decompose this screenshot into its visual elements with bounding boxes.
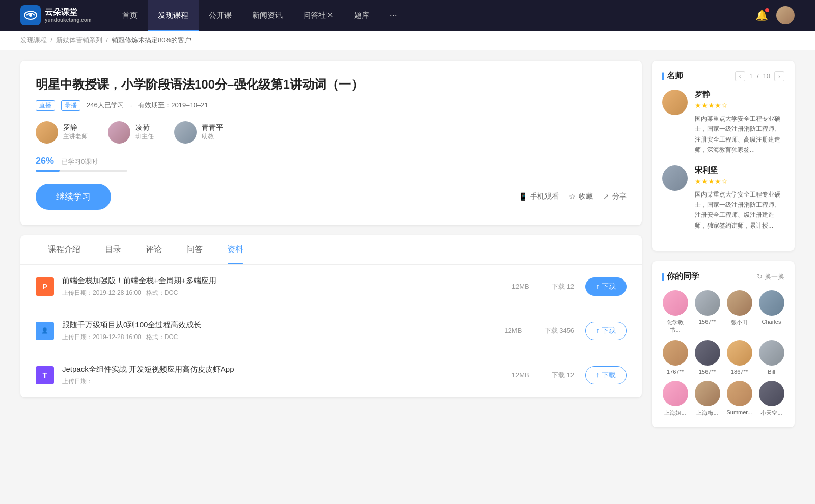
nav-item-exam[interactable]: 题库: [344, 0, 379, 31]
teacher-2-avatar: [174, 121, 197, 144]
share-button[interactable]: ↗ 分享: [603, 192, 627, 201]
bell-button[interactable]: 🔔: [755, 9, 768, 21]
teacher-0: 罗静 主讲老师: [36, 121, 88, 144]
classmate-name-1: 1567**: [699, 319, 716, 325]
nav-item-news[interactable]: 新闻资讯: [242, 0, 293, 31]
navbar: 云朵课堂 yundouketang.com 首页 发现课程 公开课 新闻资讯 问…: [0, 0, 815, 31]
refresh-label: 换一换: [765, 272, 784, 282]
teacher-panel-item-0: 罗静 ★★★★☆ 国内某重点大学安全工程专业硕士，国家一级注册消防工程师、注册安…: [662, 90, 784, 155]
logo-icon: [20, 5, 41, 25]
teachers-next-button[interactable]: ›: [774, 71, 784, 81]
continue-button[interactable]: 继续学习: [36, 184, 111, 210]
collect-button[interactable]: ☆ 收藏: [569, 192, 593, 201]
classmate-name-2: 张小田: [731, 319, 748, 326]
teacher-panel-item-1: 宋利坚 ★★★★☆ 国内某重点大学安全工程专业硕士，国家一级注册消防工程师、注册…: [662, 165, 784, 231]
breadcrumb-link-discover[interactable]: 发现课程: [20, 36, 47, 44]
teachers-card-nav: ‹ 1 / 10 ›: [735, 71, 784, 81]
download-button-0[interactable]: ↑ 下载: [585, 277, 627, 296]
classmate-item-0[interactable]: 化学教书...: [662, 290, 688, 334]
teacher-panel-stars-0: ★★★★☆: [695, 101, 784, 109]
tabs-header: 课程介绍 目录 评论 问答 资料: [20, 235, 642, 265]
teacher-panel-details-1: 宋利坚 ★★★★☆ 国内某重点大学安全工程专业硕士，国家一级注册消防工程师、注册…: [695, 165, 784, 231]
classmate-avatar-7: [759, 340, 784, 366]
user-avatar[interactable]: [776, 6, 795, 24]
resource-item-2: T Jetpack全组件实战 开发短视频应用高仿皮皮虾App 上传日期： 12M…: [20, 353, 642, 397]
classmate-avatar-11: [759, 381, 784, 406]
resource-title-0: 前端全栈加强版！前端全栈+全周期+多端应用: [62, 276, 501, 286]
teachers-card-header: 名师 ‹ 1 / 10 ›: [662, 71, 784, 81]
nav-item-more[interactable]: ···: [379, 0, 408, 31]
classmate-item-9[interactable]: 上海梅...: [694, 381, 720, 417]
logo[interactable]: 云朵课堂 yundouketang.com: [20, 5, 92, 25]
classmate-avatar-0: [663, 290, 688, 316]
main-container: 明星中教授课，小学阶段语法100分–强化级第1讲动词（一） 直播 录播 246人…: [0, 50, 815, 437]
course-actions: 继续学习 📱 手机观看 ☆ 收藏 ↗ 分享: [36, 184, 627, 210]
progress-label: 已学习0课时: [61, 158, 98, 165]
classmate-name-10: Summer...: [726, 409, 752, 415]
svg-point-1: [29, 14, 32, 17]
share-icon: ↗: [603, 192, 609, 201]
tab-intro[interactable]: 课程介绍: [36, 235, 93, 264]
teacher-panel-stars-1: ★★★★☆: [695, 177, 784, 185]
download-button-1[interactable]: ↑ 下载: [585, 322, 627, 340]
classmate-item-11[interactable]: 小天空...: [758, 381, 784, 417]
teacher-1-avatar: [108, 121, 130, 144]
classmate-item-6[interactable]: 1867**: [726, 340, 752, 375]
classmate-item-3[interactable]: Charles: [758, 290, 784, 334]
progress-bar-fill: [36, 170, 60, 172]
classmate-name-7: Bill: [768, 369, 775, 375]
classmate-item-8[interactable]: 上海姐...: [662, 381, 688, 417]
nav-item-home[interactable]: 首页: [112, 0, 148, 31]
course-title: 明星中教授课，小学阶段语法100分–强化级第1讲动词（一）: [36, 76, 627, 93]
progress-section: 26% 已学习0课时: [36, 156, 627, 172]
teacher-2: 青青平 助教: [174, 121, 223, 144]
teacher-panel-name-0: 罗静: [695, 90, 784, 99]
breadcrumb: 发现课程 / 新媒体营销系列 / 销冠修炼术搞定80%的客户: [0, 31, 815, 50]
nav-item-opencourse[interactable]: 公开课: [199, 0, 242, 31]
resource-stats-2: 12MB ｜ 下载 12: [509, 371, 577, 380]
teacher-1-role: 班主任: [135, 132, 154, 141]
tabs-card: 课程介绍 目录 评论 问答 资料 P 前端全栈加强版！前端全栈+全周期+多端应用…: [20, 235, 642, 397]
teachers-prev-button[interactable]: ‹: [735, 71, 745, 81]
classmate-item-4[interactable]: 1767**: [662, 340, 688, 375]
learners-count: 246人已学习: [87, 101, 124, 110]
classmate-name-9: 上海梅...: [696, 409, 718, 417]
classmate-avatar-8: [663, 381, 688, 406]
resource-meta-0: 上传日期：2019-12-28 16:00 格式：DOC: [62, 289, 501, 297]
badge-record: 录播: [61, 100, 80, 111]
classmate-item-10[interactable]: Summer...: [726, 381, 752, 417]
classmate-item-5[interactable]: 1567**: [694, 340, 720, 375]
classmate-item-1[interactable]: 1567**: [694, 290, 720, 334]
mobile-watch-button[interactable]: 📱 手机观看: [519, 192, 559, 201]
tab-qa[interactable]: 问答: [174, 235, 215, 264]
classmate-avatar-4: [663, 340, 688, 366]
teacher-1-info: 凌荷 班主任: [135, 123, 154, 141]
classmate-name-4: 1767**: [667, 369, 684, 375]
classmate-item-2[interactable]: 张小田: [726, 290, 752, 334]
classmate-avatar-1: [695, 290, 720, 316]
refresh-button[interactable]: ↻ 换一换: [757, 272, 784, 282]
mobile-label: 手机观看: [530, 192, 559, 201]
teacher-0-info: 罗静 主讲老师: [63, 123, 88, 141]
teacher-2-role: 助教: [202, 132, 223, 141]
tab-resources[interactable]: 资料: [215, 235, 256, 264]
classmate-avatar-5: [695, 340, 720, 366]
nav-item-qa[interactable]: 问答社区: [293, 0, 344, 31]
tab-catalog[interactable]: 目录: [93, 235, 133, 264]
teachers-card-title: 名师: [662, 71, 683, 81]
classmate-item-7[interactable]: Bill: [758, 340, 784, 375]
teacher-0-name: 罗静: [63, 123, 88, 132]
nav-item-discover[interactable]: 发现课程: [148, 0, 199, 31]
classmates-header: 你的同学 ↻ 换一换: [662, 271, 784, 282]
notification-dot: [765, 8, 769, 12]
download-button-2[interactable]: ↑ 下载: [585, 366, 627, 384]
resource-title-2: Jetpack全组件实战 开发短视频应用高仿皮皮虾App: [62, 365, 501, 374]
teachers-total: 10: [763, 72, 770, 80]
classmate-avatar-9: [695, 381, 720, 406]
classmates-title: 你的同学: [662, 271, 699, 282]
teacher-panel-desc-0: 国内某重点大学安全工程专业硕士，国家一级注册消防工程师、注册安全工程师、高级注册…: [695, 114, 784, 155]
tab-review[interactable]: 评论: [133, 235, 174, 264]
breadcrumb-link-series[interactable]: 新媒体营销系列: [56, 36, 102, 44]
resource-info-1: 跟随千万级项目从0到100全过程高效成长 上传日期：2019-12-28 16:…: [62, 320, 493, 342]
star-icon: ☆: [569, 192, 576, 201]
